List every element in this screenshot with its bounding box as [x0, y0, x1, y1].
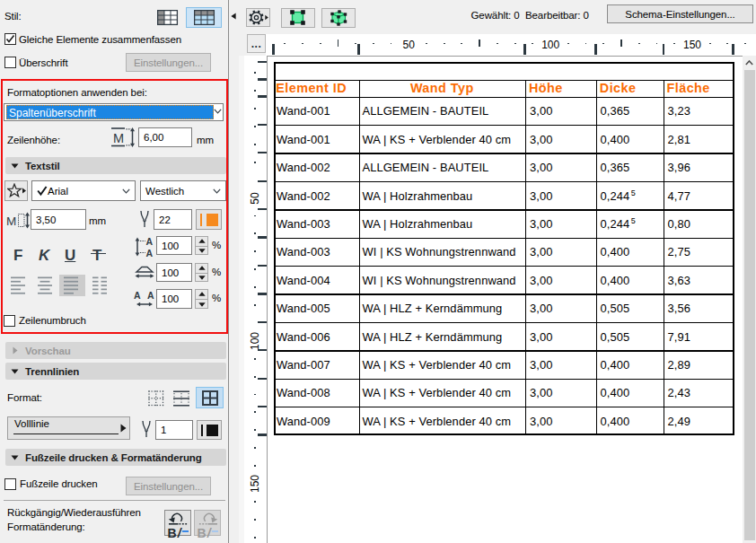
svg-text:A: A [146, 248, 154, 257]
svg-text:A: A [134, 290, 141, 301]
svg-text:M: M [6, 215, 16, 228]
svg-text:A: A [147, 290, 154, 301]
svg-text:A: A [146, 237, 154, 247]
svg-text:M: M [113, 131, 124, 145]
